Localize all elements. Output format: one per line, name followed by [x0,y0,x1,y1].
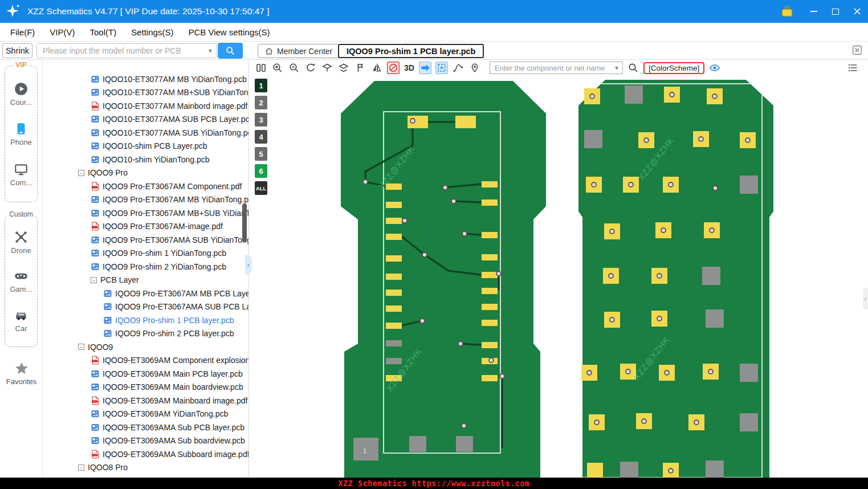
left-board[interactable]: XZZ@XZHKXZZ@XZHK1 [341,81,546,478]
pcb-via[interactable] [610,317,614,322]
vip-shop-icon[interactable] [780,5,794,18]
pcb-via[interactable] [657,274,662,278]
pcb-via[interactable] [661,228,666,233]
tree-item[interactable]: IQOO9 Pro-ET3067AM MB PCB Layer.pcb [43,287,248,300]
pcb-via[interactable] [670,92,674,97]
pcb-pad[interactable] [386,234,402,240]
collapse-icon[interactable]: - [78,344,84,350]
menu-item[interactable]: Tool(T) [83,23,124,41]
tree-scrollbar-thumb[interactable] [242,203,247,242]
collapse-icon[interactable]: - [78,170,84,176]
pcb-via[interactable] [644,138,649,142]
tree-item[interactable]: IQOO10-shim YiDianTong.pcb [43,153,248,166]
pcb-via[interactable] [745,138,750,142]
pcb-via[interactable] [363,180,368,184]
zoom-out-icon[interactable] [288,62,300,74]
menu-item[interactable]: File(F) [3,23,42,41]
close-button[interactable] [846,0,868,23]
chevron-down-icon[interactable]: ▾ [209,47,216,55]
layer-button-4[interactable]: 4 [255,130,267,144]
tree-item[interactable]: IQOO9 Pro-shim 1 YiDianTong.pcb [43,247,248,260]
mirror-flip-icon[interactable] [370,62,383,74]
board-bottom-icon[interactable] [337,62,350,74]
pcb-pad[interactable] [482,288,498,294]
pcb-pad[interactable] [456,436,473,452]
pcb-via[interactable] [592,182,596,187]
menu-item[interactable]: PCB View settings(S) [181,23,277,41]
pcb-pad[interactable] [482,199,498,206]
pcb-via[interactable] [710,228,714,233]
rotate-view-icon[interactable] [304,62,317,74]
layer-button-6[interactable]: 6 [255,164,267,178]
pcb-pad[interactable] [386,255,402,262]
tree-item[interactable]: IQOO9-ET3069AM Mainboard image.pdf [43,394,248,408]
pcb-via[interactable] [629,182,633,187]
tree-item[interactable]: IQOO10-ET3077AMA SUB PCB Layer.pcb [43,113,248,127]
pcb-pad[interactable] [587,463,603,478]
tree-item[interactable]: IQOO9-ET3069AM Main PCB layer.pcb [43,367,248,381]
pcb-pad[interactable] [455,116,476,128]
pcb-via[interactable] [462,423,466,428]
pcb-pad[interactable] [386,305,402,312]
pcb-pad[interactable] [482,181,498,188]
tree-item[interactable]: -PCB Layer [43,274,248,287]
pcb-pad[interactable] [386,274,402,280]
tree-collapse-handle[interactable]: ‹ [245,255,252,274]
sidebar-item-phone[interactable]: Phone [10,121,32,146]
tree-item[interactable]: IQOO9 Pro-shim 1 PCB layer.pcb [43,313,248,327]
tree-item[interactable]: IQOO10-ET3077AM Mainbord image.pdf [43,99,248,113]
pcb-via[interactable] [610,229,614,234]
shrink-button[interactable]: Shrink [2,43,32,58]
pcb-via[interactable] [712,94,717,99]
member-center-button[interactable]: Member Center [258,44,339,58]
sidebar-item-drone[interactable]: Drone [11,230,31,255]
pcb-pad[interactable] [740,413,758,431]
pcb-pad[interactable] [482,304,498,310]
tree-item[interactable]: IQOO9-ET3069AM Component explosion.pdf [43,354,248,368]
sidebar-item-com[interactable]: Com... [10,162,32,187]
layer-button-1[interactable]: 1 [255,79,267,92]
pcb-pad[interactable] [482,272,498,278]
layer-button-2[interactable]: 2 [255,96,267,109]
collapse-icon[interactable]: - [91,277,97,283]
pcb-via[interactable] [609,274,613,278]
tree-item[interactable]: IQOO10-shim PCB Layer.pcb [43,140,248,153]
board-top-icon[interactable] [321,62,333,74]
colorscheme-button[interactable]: [ColorScheme] [643,62,704,74]
pcb-pad[interactable] [386,290,402,296]
pcb-via[interactable] [665,370,669,375]
pcb-pad[interactable] [702,267,720,285]
tree-item[interactable]: -IQOO9 Pro [43,166,248,180]
right-board[interactable]: XZZ@XZHKXZZ@XZHK [578,80,773,478]
layer-button-5[interactable]: 5 [255,147,267,161]
minimize-button[interactable] [803,0,825,23]
pcb-via[interactable] [422,252,427,257]
collapse-icon[interactable]: - [78,464,84,471]
tree-item[interactable]: IQOO9 Pro-ET3067AMA SUB YiDianTong.pcb [43,233,248,247]
pcb-via[interactable] [402,218,407,223]
right-collapse-handle[interactable]: ‹ [863,288,868,309]
pcb-via[interactable] [451,199,456,203]
chevron-down-icon[interactable]: ▾ [615,64,622,72]
pcb-via[interactable] [657,316,662,321]
tree-item[interactable]: IQOO9 Pro-ET3067AMA SUB PCB Layer.pcb [43,300,248,314]
layer-list-icon[interactable] [847,62,859,74]
pcb-pad[interactable] [625,85,643,104]
pcb-via[interactable] [626,369,630,374]
split-view-icon[interactable] [255,62,267,74]
visibility-eye-icon[interactable] [708,62,721,74]
sidebar-item-favorites[interactable]: Favorites [0,361,43,386]
probe-pin-icon[interactable] [468,62,481,74]
pcb-via[interactable] [420,319,425,323]
tree-item[interactable]: -IQOO8 Pro [43,461,248,475]
tree-item[interactable]: IQOO10-ET3077AMA SUB YiDianTong.pcb [43,126,248,140]
panel-close-icon[interactable] [851,44,863,56]
pcb-pad[interactable] [482,342,498,348]
pcb-pad[interactable] [584,130,602,148]
pcb-canvas[interactable]: XZZ@XZHKXZZ@XZHK1XZZ@XZHKXZZ@XZHK [249,76,868,478]
tree-item[interactable]: IQOO9 Pro-ET3067AM MB YiDianTong.pcb [43,193,248,207]
pcb-pad[interactable] [482,320,498,326]
pcb-via[interactable] [500,374,504,378]
pcb-pad[interactable] [482,254,498,260]
pcb-via[interactable] [642,419,646,423]
